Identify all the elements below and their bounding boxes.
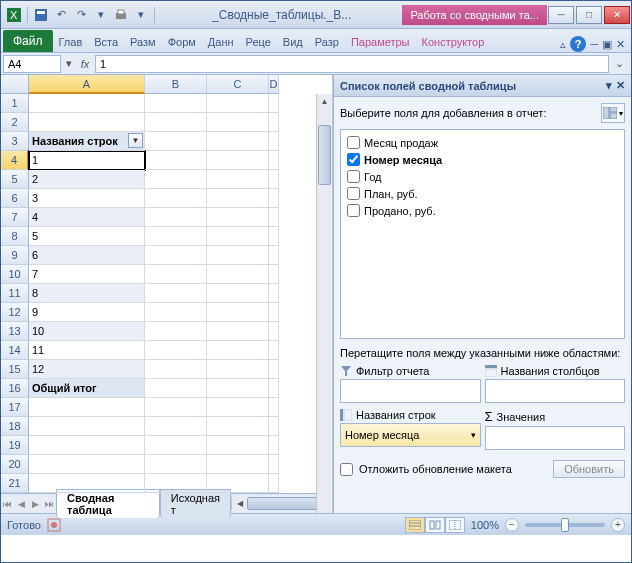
tab-pivot-options[interactable]: Параметры xyxy=(345,32,416,52)
cell[interactable] xyxy=(145,170,207,189)
cell[interactable] xyxy=(145,436,207,455)
row-header[interactable]: 9 xyxy=(1,246,29,265)
cell[interactable] xyxy=(269,94,279,113)
cell[interactable] xyxy=(207,208,269,227)
formula-expand-icon[interactable]: ⌄ xyxy=(611,57,627,70)
cell[interactable] xyxy=(29,417,145,436)
cell[interactable] xyxy=(269,398,279,417)
macro-record-icon[interactable] xyxy=(47,518,61,532)
row-header[interactable]: 21 xyxy=(1,474,29,493)
zoom-thumb[interactable] xyxy=(561,518,569,532)
cell[interactable] xyxy=(207,436,269,455)
cell[interactable] xyxy=(145,189,207,208)
name-box-dropdown-icon[interactable]: ▾ xyxy=(63,57,75,70)
cell[interactable]: Названия строк▼ xyxy=(29,132,145,151)
cell[interactable] xyxy=(29,113,145,132)
name-box[interactable]: A4 xyxy=(3,55,61,73)
cell[interactable]: 11 xyxy=(29,341,145,360)
print-icon[interactable] xyxy=(112,6,130,24)
cell[interactable] xyxy=(207,455,269,474)
column-header-a[interactable]: A xyxy=(29,75,145,94)
row-header[interactable]: 1 xyxy=(1,94,29,113)
row-header[interactable]: 13 xyxy=(1,322,29,341)
tab-insert[interactable]: Вста xyxy=(88,32,124,52)
workbook-restore-icon[interactable]: ▣ xyxy=(602,38,612,51)
cell[interactable]: 10 xyxy=(29,322,145,341)
column-header-c[interactable]: C xyxy=(207,75,269,94)
row-header[interactable]: 11 xyxy=(1,284,29,303)
zone-columns-box[interactable] xyxy=(485,379,626,403)
field-checkbox[interactable] xyxy=(347,136,360,149)
column-header-b[interactable]: B xyxy=(145,75,207,94)
cell[interactable] xyxy=(269,246,279,265)
qat-dropdown-icon[interactable]: ▾ xyxy=(92,6,110,24)
cell[interactable] xyxy=(145,398,207,417)
file-tab[interactable]: Файл xyxy=(3,30,53,52)
cell[interactable] xyxy=(269,303,279,322)
row-header[interactable]: 4 xyxy=(1,151,29,170)
cell[interactable] xyxy=(145,379,207,398)
vertical-scrollbar[interactable]: ▲ xyxy=(316,94,332,513)
cell[interactable] xyxy=(145,132,207,151)
sheet-nav-first-icon[interactable]: ⏮ xyxy=(1,499,15,509)
cell[interactable] xyxy=(29,436,145,455)
ribbon-minimize-icon[interactable]: ▵ xyxy=(560,38,566,51)
row-header[interactable]: 3 xyxy=(1,132,29,151)
cell[interactable] xyxy=(269,189,279,208)
cell[interactable]: 3 xyxy=(29,189,145,208)
cell[interactable] xyxy=(269,151,279,170)
horizontal-scroll-thumb[interactable] xyxy=(247,497,317,510)
row-header[interactable]: 15 xyxy=(1,360,29,379)
tab-layout[interactable]: Разм xyxy=(124,32,162,52)
column-header-d[interactable]: D xyxy=(269,75,279,94)
row-header[interactable]: 16 xyxy=(1,379,29,398)
cell[interactable] xyxy=(269,113,279,132)
row-header[interactable]: 6 xyxy=(1,189,29,208)
cell[interactable] xyxy=(145,322,207,341)
tab-developer[interactable]: Разр xyxy=(309,32,345,52)
cell[interactable] xyxy=(207,132,269,151)
help-icon[interactable]: ? xyxy=(570,36,586,52)
field-item[interactable]: Продано, руб. xyxy=(345,202,620,219)
qat-more-icon[interactable]: ▾ xyxy=(132,6,150,24)
cell[interactable]: 1 xyxy=(29,151,145,170)
cell[interactable]: 4 xyxy=(29,208,145,227)
cell[interactable] xyxy=(207,94,269,113)
cell[interactable]: 12 xyxy=(29,360,145,379)
zoom-out-button[interactable]: − xyxy=(505,518,519,532)
cell[interactable] xyxy=(145,208,207,227)
fx-icon[interactable]: fx xyxy=(75,58,95,70)
cell[interactable] xyxy=(207,417,269,436)
tab-view[interactable]: Вид xyxy=(277,32,309,52)
cell[interactable] xyxy=(29,455,145,474)
tab-review[interactable]: Реце xyxy=(240,32,277,52)
save-icon[interactable] xyxy=(32,6,50,24)
tab-home[interactable]: Глав xyxy=(53,32,89,52)
cell[interactable] xyxy=(269,284,279,303)
pane-layout-button[interactable]: ▾ xyxy=(601,103,625,123)
cell[interactable] xyxy=(269,341,279,360)
cell[interactable] xyxy=(269,265,279,284)
cell[interactable] xyxy=(145,360,207,379)
zoom-level[interactable]: 100% xyxy=(471,519,499,531)
field-checkbox[interactable] xyxy=(347,204,360,217)
cell[interactable]: 5 xyxy=(29,227,145,246)
cell[interactable] xyxy=(269,322,279,341)
row-header[interactable]: 5 xyxy=(1,170,29,189)
field-item[interactable]: Месяц продаж xyxy=(345,134,620,151)
cell[interactable] xyxy=(207,227,269,246)
cell[interactable] xyxy=(207,398,269,417)
row-header[interactable]: 19 xyxy=(1,436,29,455)
cell[interactable] xyxy=(207,322,269,341)
cell[interactable]: 8 xyxy=(29,284,145,303)
pane-close-icon[interactable]: ✕ xyxy=(616,79,625,92)
cell[interactable] xyxy=(269,360,279,379)
cell[interactable] xyxy=(269,132,279,151)
pane-menu-icon[interactable]: ▾ xyxy=(606,79,612,92)
cell[interactable]: 9 xyxy=(29,303,145,322)
formula-input[interactable]: 1 xyxy=(95,55,609,73)
row-header[interactable]: 20 xyxy=(1,455,29,474)
update-button[interactable]: Обновить xyxy=(553,460,625,478)
sheet-nav-last-icon[interactable]: ⏭ xyxy=(42,499,56,509)
cell[interactable] xyxy=(145,265,207,284)
